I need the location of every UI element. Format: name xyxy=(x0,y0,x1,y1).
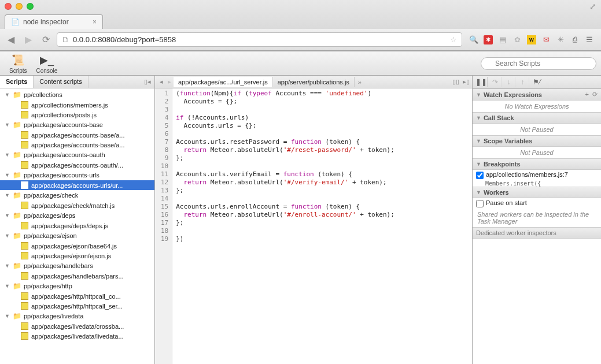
chevron-down-icon: ▼ xyxy=(476,161,481,167)
tree-file[interactable]: app/collections/members.js xyxy=(0,100,154,110)
window-controls xyxy=(5,3,34,10)
folder-icon: 📁 xyxy=(13,91,21,99)
tree-file[interactable]: app/packages/http/httpcall_co... xyxy=(0,291,154,301)
callstack-section-header[interactable]: ▼ Call Stack xyxy=(473,112,601,124)
file-label: app/packages/http/httpcall_ser... xyxy=(31,303,123,310)
tab-scripts[interactable]: Scripts xyxy=(0,76,34,88)
editor-tab[interactable]: app/packages/ac.../url_server.js xyxy=(174,77,273,87)
folder-label: pp/packages/accounts-base xyxy=(24,121,103,128)
js-file-icon xyxy=(21,141,28,148)
breakpoint-checkbox[interactable] xyxy=(476,172,484,179)
js-file-icon xyxy=(21,111,28,118)
forward-button[interactable]: ▶ xyxy=(22,34,35,46)
debug-toolbar: ❚❚ ↷ ↓ ↑ ⚑⁄ xyxy=(473,76,601,88)
code-editor[interactable]: 12345678910111213141516171819 (function(… xyxy=(155,88,472,364)
navigator-panel: Scripts Content scripts ▯◂ ▼📁pp/collecti… xyxy=(0,76,155,364)
fullscreen-icon[interactable]: ⤢ xyxy=(589,2,596,11)
menu-icon[interactable]: ☰ xyxy=(585,35,594,44)
step-into-button[interactable]: ↓ xyxy=(503,77,515,87)
tree-file[interactable]: app/packages/check/match.js xyxy=(0,200,154,210)
tree-file[interactable]: app/packages/accounts-base/a... xyxy=(0,140,154,150)
scripts-tool-button[interactable]: 📜 Scripts xyxy=(5,52,32,75)
search-scripts-input[interactable] xyxy=(481,57,596,70)
breakpoint-item[interactable]: app/collections/members.js:7 xyxy=(473,170,601,180)
editor-tab[interactable]: app/server/publications.js xyxy=(273,77,355,87)
ext-icon-w[interactable]: w xyxy=(527,35,536,44)
scope-status: Not Paused xyxy=(473,147,601,158)
browser-tabstrip: 📄 node inspector × xyxy=(0,13,601,29)
close-window-button[interactable] xyxy=(5,3,12,10)
ext-icon-red[interactable]: ✱ xyxy=(484,35,493,44)
ext-icon-grey2[interactable]: ✿ xyxy=(512,35,522,44)
pause-button[interactable]: ❚❚ xyxy=(475,77,488,87)
console-tool-button[interactable]: ▶_ Console xyxy=(32,52,62,75)
tab-close-icon[interactable]: × xyxy=(93,18,97,26)
bookmark-star-icon[interactable]: ☆ xyxy=(450,35,457,44)
tree-file[interactable]: app/packages/ejson/base64.js xyxy=(0,241,154,251)
js-file-icon xyxy=(21,272,28,280)
collapse-navigator-icon[interactable]: ▯◂ xyxy=(141,76,154,88)
tree-file[interactable]: app/packages/ejson/ejson.js xyxy=(0,251,154,261)
workers-section-header[interactable]: ▼ Workers xyxy=(473,187,601,198)
tree-file[interactable]: app/packages/handlebars/pars... xyxy=(0,271,154,281)
tree-folder[interactable]: ▼📁pp/packages/check xyxy=(0,190,154,200)
breakpoints-section-header[interactable]: ▼ Breakpoints xyxy=(473,158,601,170)
tree-file[interactable]: app/packages/deps/deps.js xyxy=(0,221,154,231)
tree-file[interactable]: app/packages/http/httpcall_ser... xyxy=(0,301,154,311)
tree-folder[interactable]: ▼📁pp/collections xyxy=(0,90,154,100)
editor-layout-icon[interactable]: ▯▯ xyxy=(452,78,459,86)
folder-icon: 📁 xyxy=(13,282,21,290)
tree-file[interactable]: app/packages/accounts-urls/ur... xyxy=(0,180,154,190)
js-file-icon xyxy=(21,252,28,259)
tree-file[interactable]: app/packages/livedata/livedata... xyxy=(0,331,154,341)
zoom-window-button[interactable] xyxy=(27,3,34,10)
ext-icon-print[interactable]: ⎙ xyxy=(570,35,580,44)
deactivate-breakpoints-button[interactable]: ⚑⁄ xyxy=(530,77,543,87)
tree-file[interactable]: app/packages/accounts-oauth/... xyxy=(0,160,154,170)
watch-section-header[interactable]: ▼ Watch Expressions +⟳ xyxy=(473,88,601,101)
back-button[interactable]: ◀ xyxy=(5,34,17,46)
editor-collapse-icon[interactable]: ▸▯ xyxy=(463,78,470,86)
folder-label: pp/packages/livedata xyxy=(24,313,83,320)
file-label: app/collections/members.js xyxy=(31,102,108,109)
editor-nav-back-icon[interactable]: ◂ xyxy=(157,78,165,86)
reload-button[interactable]: ⟳ xyxy=(39,34,52,46)
editor-more-tabs-icon[interactable]: » xyxy=(358,79,362,86)
browser-tab[interactable]: 📄 node inspector × xyxy=(5,14,103,29)
tree-file[interactable]: app/collections/posts.js xyxy=(0,110,154,120)
scope-section-header[interactable]: ▼ Scope Variables xyxy=(473,135,601,147)
tree-folder[interactable]: ▼📁pp/packages/handlebars xyxy=(0,261,154,271)
js-file-icon xyxy=(21,332,28,340)
tab-title: node inspector xyxy=(23,18,69,26)
ext-icon-bug[interactable]: ✳ xyxy=(556,35,565,44)
tab-content-scripts[interactable]: Content scripts xyxy=(34,76,88,88)
chevron-down-icon: ▼ xyxy=(5,283,10,289)
tree-folder[interactable]: ▼📁pp/packages/http xyxy=(0,281,154,291)
dedicated-workers-header[interactable]: Dedicated worker inspectors xyxy=(473,227,601,239)
tree-folder[interactable]: ▼📁pp/packages/accounts-base xyxy=(0,120,154,130)
js-file-icon xyxy=(21,302,28,310)
pause-on-start-row[interactable]: Pause on start xyxy=(473,198,601,209)
refresh-watch-icon[interactable]: ⟳ xyxy=(592,91,598,98)
url-text: 0.0.0.0:8080/debug?port=5858 xyxy=(73,35,176,44)
gmail-ext-icon[interactable]: ✉ xyxy=(541,35,551,44)
minimize-window-button[interactable] xyxy=(16,3,23,10)
workers-hint: Shared workers can be inspected in the T… xyxy=(473,209,601,227)
tree-folder[interactable]: ▼📁pp/packages/livedata xyxy=(0,311,154,321)
step-over-button[interactable]: ↷ xyxy=(489,77,502,87)
tree-folder[interactable]: ▼📁pp/packages/ejson xyxy=(0,231,154,241)
tree-file[interactable]: app/packages/accounts-base/a... xyxy=(0,130,154,140)
tree-folder[interactable]: ▼📁pp/packages/accounts-urls xyxy=(0,170,154,180)
add-watch-icon[interactable]: + xyxy=(585,91,589,98)
folder-label: pp/packages/handlebars xyxy=(24,262,93,269)
step-out-button[interactable]: ↑ xyxy=(517,77,529,87)
pause-on-start-checkbox[interactable] xyxy=(476,200,484,207)
search-ext-icon[interactable]: 🔍 xyxy=(469,35,478,44)
file-label: app/packages/accounts-oauth/... xyxy=(31,162,123,169)
tree-folder[interactable]: ▼📁pp/packages/deps xyxy=(0,210,154,221)
url-input[interactable]: 🗋 0.0.0.0:8080/debug?port=5858 ☆ xyxy=(57,32,462,47)
tree-file[interactable]: app/packages/livedata/crossba... xyxy=(0,321,154,331)
editor-nav-fwd-icon[interactable]: ▸ xyxy=(165,78,174,86)
ext-icon-grey1[interactable]: ▤ xyxy=(498,35,507,44)
tree-folder[interactable]: ▼📁pp/packages/accounts-oauth xyxy=(0,150,154,160)
